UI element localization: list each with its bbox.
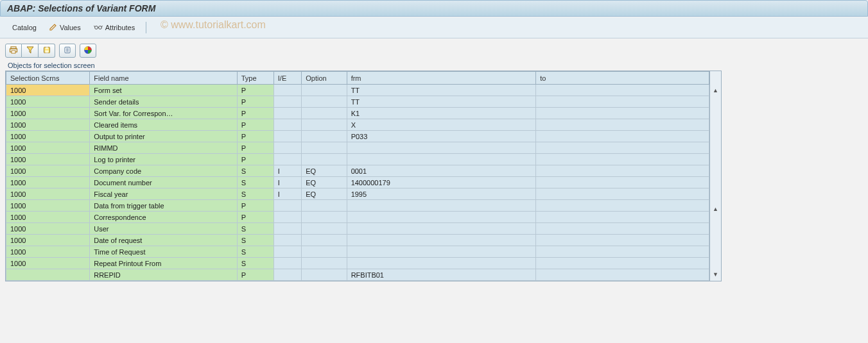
cell-ie[interactable] <box>273 235 301 246</box>
chart-button[interactable] <box>80 44 96 58</box>
cell-frm[interactable] <box>347 200 536 212</box>
cell-ie[interactable] <box>273 200 301 212</box>
table-row[interactable]: 1000Date of requestS <box>6 235 709 246</box>
cell-fname[interactable]: User <box>90 223 237 235</box>
cell-type[interactable]: S <box>237 235 273 246</box>
col-header-type[interactable]: Type <box>237 72 273 85</box>
col-header-ie[interactable]: I/E <box>273 72 301 85</box>
cell-ie[interactable] <box>273 85 301 96</box>
print-button[interactable] <box>5 44 22 58</box>
col-header-to[interactable]: to <box>536 72 709 85</box>
cell-ie[interactable]: I <box>273 177 301 188</box>
cell-type[interactable]: S <box>237 188 273 200</box>
cell-fname[interactable]: Repeat Printout From <box>90 258 237 269</box>
vertical-scrollbar[interactable]: ▲ ▲ ▼ <box>709 71 721 281</box>
table-row[interactable]: 1000CorrespondenceP <box>6 212 709 223</box>
col-header-frm[interactable]: frm <box>347 72 536 85</box>
cell-to[interactable] <box>536 258 709 269</box>
cell-frm[interactable]: 1995 <box>347 188 536 200</box>
cell-option[interactable] <box>302 258 347 269</box>
filter-button[interactable] <box>22 44 39 58</box>
cell-scrns[interactable] <box>6 269 90 281</box>
col-header-scrns[interactable]: Selection Scrns <box>6 72 90 85</box>
cell-frm[interactable] <box>347 212 536 223</box>
cell-to[interactable] <box>536 85 709 96</box>
cell-frm[interactable]: 1400000179 <box>347 177 536 188</box>
cell-to[interactable] <box>536 188 709 200</box>
cell-frm[interactable] <box>347 142 536 154</box>
cell-type[interactable]: S <box>237 165 273 177</box>
table-row[interactable]: 1000Fiscal yearSIEQ1995 <box>6 188 709 200</box>
cell-to[interactable] <box>536 165 709 177</box>
cell-frm[interactable] <box>347 246 536 258</box>
cell-type[interactable]: P <box>237 85 273 96</box>
cell-option[interactable] <box>302 108 347 119</box>
cell-type[interactable]: P <box>237 154 273 165</box>
cell-to[interactable] <box>536 131 709 142</box>
cell-option[interactable] <box>302 119 347 131</box>
cell-option[interactable]: EQ <box>302 177 347 188</box>
cell-frm[interactable]: X <box>347 119 536 131</box>
cell-to[interactable] <box>536 223 709 235</box>
table-row[interactable]: 1000Repeat Printout FromS <box>6 258 709 269</box>
table-row[interactable]: 1000Form setPTT <box>6 85 709 96</box>
cell-frm[interactable] <box>347 235 536 246</box>
cell-option[interactable] <box>302 96 347 108</box>
cell-to[interactable] <box>536 142 709 154</box>
attributes-button[interactable]: Attributes <box>88 21 141 34</box>
cell-scrns[interactable]: 1000 <box>6 96 90 108</box>
cell-ie[interactable] <box>273 142 301 154</box>
cell-scrns[interactable]: 1000 <box>6 188 90 200</box>
cell-to[interactable] <box>536 200 709 212</box>
scroll-up2-icon[interactable]: ▲ <box>710 203 721 215</box>
cell-fname[interactable]: Sender details <box>90 96 237 108</box>
cell-to[interactable] <box>536 119 709 131</box>
table-row[interactable]: 1000Document numberSIEQ1400000179 <box>6 177 709 188</box>
cell-frm[interactable] <box>347 154 536 165</box>
cell-type[interactable]: P <box>237 269 273 281</box>
cell-type[interactable]: P <box>237 142 273 154</box>
cell-option[interactable] <box>302 223 347 235</box>
cell-fname[interactable]: Log to printer <box>90 154 237 165</box>
cell-ie[interactable] <box>273 269 301 281</box>
cell-to[interactable] <box>536 235 709 246</box>
cell-ie[interactable] <box>273 108 301 119</box>
selection-grid[interactable]: Selection Scrns Field name Type I/E Opti… <box>6 71 709 281</box>
cell-fname[interactable]: RREPID <box>90 269 237 281</box>
table-row[interactable]: 1000Sender detailsPTT <box>6 96 709 108</box>
cell-option[interactable] <box>302 200 347 212</box>
cell-ie[interactable] <box>273 258 301 269</box>
scroll-up-icon[interactable]: ▲ <box>710 84 721 97</box>
cell-ie[interactable] <box>273 223 301 235</box>
cell-type[interactable]: P <box>237 131 273 142</box>
cell-fname[interactable]: Fiscal year <box>90 188 237 200</box>
cell-to[interactable] <box>536 108 709 119</box>
cell-option[interactable] <box>302 235 347 246</box>
cell-option[interactable]: EQ <box>302 188 347 200</box>
cell-type[interactable]: P <box>237 96 273 108</box>
cell-fname[interactable]: Output to printer <box>90 131 237 142</box>
cell-scrns[interactable]: 1000 <box>6 154 90 165</box>
cell-option[interactable]: EQ <box>302 165 347 177</box>
cell-fname[interactable]: Company code <box>90 165 237 177</box>
cell-type[interactable]: S <box>237 223 273 235</box>
cell-to[interactable] <box>536 212 709 223</box>
cell-option[interactable] <box>302 269 347 281</box>
save-button[interactable] <box>39 44 55 58</box>
cell-fname[interactable]: Data from trigger table <box>90 200 237 212</box>
cell-scrns[interactable]: 1000 <box>6 108 90 119</box>
cell-scrns[interactable]: 1000 <box>6 177 90 188</box>
table-row[interactable]: 1000Sort Var. for Correspon…PK1 <box>6 108 709 119</box>
cell-ie[interactable]: I <box>273 165 301 177</box>
cell-option[interactable] <box>302 142 347 154</box>
cell-type[interactable]: P <box>237 119 273 131</box>
cell-frm[interactable]: RFBITB01 <box>347 269 536 281</box>
table-row[interactable]: 1000UserS <box>6 223 709 235</box>
cell-frm[interactable]: TT <box>347 85 536 96</box>
cell-scrns[interactable]: 1000 <box>6 258 90 269</box>
cell-type[interactable]: S <box>237 177 273 188</box>
cell-frm[interactable]: P033 <box>347 131 536 142</box>
table-row[interactable]: 1000Data from trigger tableP <box>6 200 709 212</box>
cell-ie[interactable] <box>273 246 301 258</box>
export-button[interactable] <box>59 44 76 58</box>
